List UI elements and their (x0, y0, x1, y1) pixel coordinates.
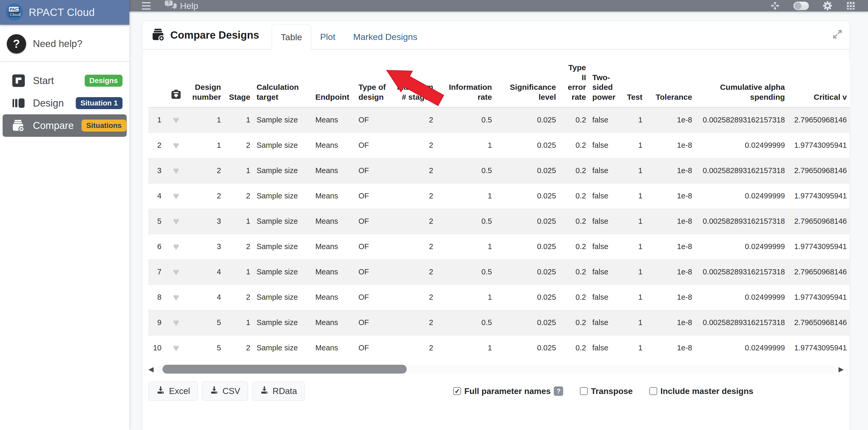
need-help-label: Need help? (33, 38, 82, 49)
type_2_error_rate-cell: 0.2 (559, 158, 589, 183)
stage-cell: 2 (224, 285, 253, 310)
information_rate-cell: 1 (436, 183, 495, 209)
checkbox-full-parameter-names[interactable]: ✓Full parameter names? (453, 387, 563, 396)
card-title: Compare Designs (170, 29, 259, 41)
checkbox-include-master-designs[interactable]: Include master designs (649, 387, 753, 396)
calculation_target-cell: Sample size (253, 107, 312, 133)
favorite-heart[interactable]: ♥ (173, 291, 179, 303)
column-header-type_2_error_rate: Type II error rate (559, 59, 589, 107)
column-header-type_of_design: Type of design (355, 59, 389, 107)
scrollbar-track[interactable] (156, 365, 836, 374)
information_rate-cell: 0.5 (436, 107, 495, 133)
calculation_target-cell: Sample size (253, 158, 312, 183)
tab-marked-designs[interactable]: Marked Designs (344, 25, 426, 49)
critical_value-cell: 1.97743095941 (788, 234, 850, 259)
start-icon (12, 74, 25, 87)
checkbox-transpose[interactable]: Transpose (580, 387, 633, 396)
favorite-cell: ♥ (164, 310, 188, 335)
favorite-heart[interactable]: ♥ (173, 241, 179, 252)
calculation_target-cell: Sample size (253, 183, 312, 209)
favorite-heart[interactable]: ♥ (173, 342, 179, 354)
app-logo: R PACT Cloud (6, 3, 23, 22)
sidebar-item-design[interactable]: DesignSituation 1 (0, 92, 129, 114)
need-help-link[interactable]: ? Need help? (0, 25, 129, 61)
export-button-label: CSV (222, 386, 240, 396)
significance_level-cell: 0.025 (495, 133, 559, 158)
checkbox-checked[interactable]: ✓ (453, 387, 461, 395)
stage-cell: 1 (224, 158, 253, 183)
maximum_stages-cell: 2 (389, 183, 436, 209)
table-row: 1♥11Sample sizeMeansOF20.50.0250.2false1… (148, 107, 850, 133)
type_2_error_rate-cell: 0.2 (559, 259, 589, 285)
help-menu-button[interactable]: ? Help (165, 0, 198, 11)
row_num-cell: 7 (148, 259, 164, 285)
checkbox-unchecked[interactable] (649, 387, 657, 395)
download-icon (260, 385, 269, 397)
column-header-calculation_target: Calculation target (253, 59, 312, 107)
table-viewport: Design numberStageCalculation targetEndp… (148, 59, 850, 361)
column-header-tolerance: Tolerance (646, 59, 695, 107)
calculation_target-cell: Sample size (253, 285, 312, 310)
horizontal-scrollbar: ◀ ▶ (148, 365, 844, 374)
favorite-heart[interactable]: ♥ (173, 190, 179, 202)
compare-light-icon (12, 119, 25, 132)
grid-menu-button[interactable] (846, 1, 856, 10)
type_2_error_rate-cell: 0.2 (559, 335, 589, 361)
expand-panel-button[interactable] (832, 29, 843, 40)
stage-cell: 1 (224, 209, 253, 234)
significance_level-cell: 0.025 (495, 209, 559, 234)
favorite-heart[interactable]: ♥ (173, 165, 179, 176)
row_num-cell: 8 (148, 285, 164, 310)
significance_level-cell: 0.025 (495, 183, 559, 209)
download-excel-button[interactable]: Excel (148, 382, 198, 401)
favorite-heart[interactable]: ♥ (173, 114, 179, 126)
svg-text:Cloud: Cloud (10, 12, 20, 17)
checkbox-unchecked[interactable] (580, 387, 588, 395)
download-rdata-button[interactable]: RData (252, 382, 305, 401)
sidebar-item-start[interactable]: StartDesigns (0, 69, 129, 92)
test-cell: 1 (621, 335, 646, 361)
column-header-two_sided_power: Two-sided power (589, 59, 621, 107)
tolerance-cell: 1e-8 (646, 209, 695, 234)
information_rate-cell: 0.5 (436, 259, 495, 285)
critical_value-cell: 2.79650968146 (788, 107, 850, 133)
sidebar-header: R PACT Cloud RPACT Cloud (0, 0, 129, 25)
column-header-stage: Stage (224, 59, 253, 107)
test-cell: 1 (621, 158, 646, 183)
settings-gear-button[interactable] (823, 1, 833, 11)
favorite-heart[interactable]: ♥ (173, 216, 179, 227)
endpoint-cell: Means (312, 285, 355, 310)
column-header-critical_value: Critical v (788, 59, 850, 107)
sidebar-toggle-button[interactable] (142, 2, 151, 10)
gear-icon (823, 1, 833, 11)
row_num-cell: 1 (148, 107, 164, 133)
tab-table[interactable]: Table (272, 25, 311, 49)
scrollbar-right-arrow[interactable]: ▶ (838, 366, 844, 372)
favorite-heart[interactable]: ♥ (173, 139, 179, 151)
type_of_design-cell: OF (355, 183, 389, 209)
content-area: Compare Designs TablePlotMarked Designs (129, 11, 868, 430)
type_of_design-cell: OF (355, 310, 389, 335)
svg-text:?: ? (167, 1, 170, 6)
favorite-heart[interactable]: ♥ (173, 266, 179, 277)
tab-plot[interactable]: Plot (311, 25, 344, 49)
type_of_design-cell: OF (355, 259, 389, 285)
cumulative_alpha_spending-cell: 0.002582893162157318 (695, 158, 788, 183)
calculation_target-cell: Sample size (253, 310, 312, 335)
column-header-test: Test (621, 59, 646, 107)
two_sided_power-cell: false (589, 107, 621, 133)
column-header-maximum_stages: Maximum # stages (389, 59, 436, 107)
download-csv-button[interactable]: CSV (202, 382, 248, 401)
type_of_design-cell: OF (355, 285, 389, 310)
favorite-heart[interactable]: ♥ (173, 317, 179, 328)
fullscreen-button[interactable] (770, 1, 780, 10)
maximum_stages-cell: 2 (389, 285, 436, 310)
help-badge[interactable]: ? (554, 387, 563, 396)
theme-toggle[interactable] (793, 2, 809, 10)
scrollbar-thumb[interactable] (162, 365, 407, 374)
sidebar-item-compare[interactable]: CompareSituations (3, 114, 127, 137)
type_of_design-cell: OF (355, 133, 389, 158)
heart-box-icon (164, 59, 188, 107)
scrollbar-left-arrow[interactable]: ◀ (148, 366, 154, 372)
endpoint-cell: Means (312, 158, 355, 183)
